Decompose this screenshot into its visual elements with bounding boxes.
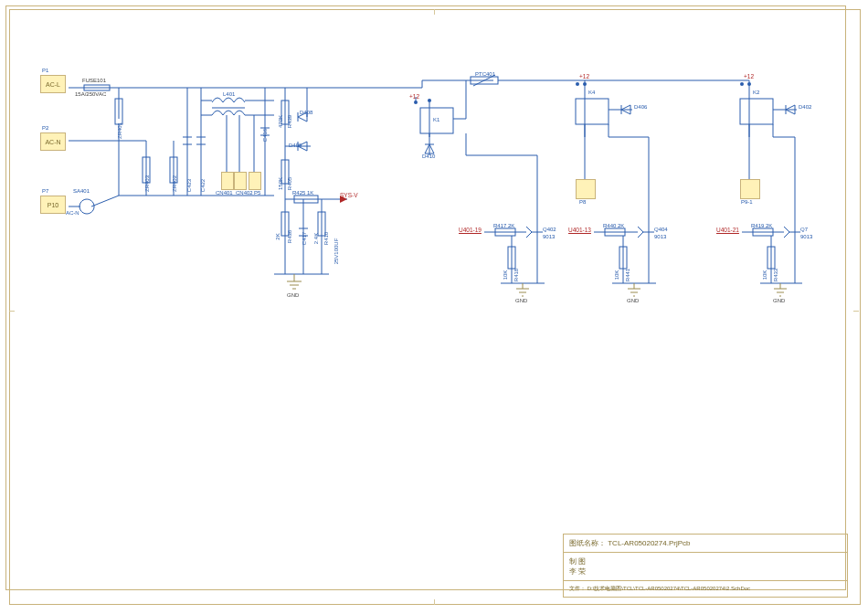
port-p1-label: P1: [42, 68, 48, 73]
lbl-r433v: 10K: [762, 270, 767, 281]
svg-line-79: [526, 232, 532, 238]
lbl-gnd2: GND: [515, 298, 527, 303]
tb-drawn-row: 制 图 李 荣: [564, 552, 847, 580]
lbl-r405: R405: [287, 177, 292, 190]
tb-drawn-label: 制 图: [569, 557, 586, 566]
lbl-q7v: 9013: [800, 234, 812, 239]
lbl-zr401: ZR401: [117, 122, 122, 139]
lbl-c423: C423: [186, 179, 192, 192]
lbl-r418v: 10K: [503, 270, 508, 281]
lbl-k1: K1: [433, 117, 439, 122]
lbl-c422: C422: [200, 179, 206, 192]
port-p2-label: P2: [42, 125, 48, 131]
svg-point-70: [747, 82, 751, 86]
port-p8-label: P8: [579, 199, 586, 205]
pad-cn401: [221, 172, 234, 190]
lbl-l401: L401: [223, 91, 235, 97]
lbl-r436: R436: [287, 230, 292, 243]
lbl-r440: R440 2K: [603, 223, 624, 228]
lbl-gnd1: GND: [287, 292, 299, 298]
lbl-cn401: CN401: [216, 190, 233, 196]
port-p1: AC-L: [40, 75, 66, 93]
svg-line-90: [638, 227, 643, 232]
svg-point-54: [428, 99, 431, 102]
tb-file-label: 文件：: [569, 586, 586, 591]
lbl-fuse-rate: 15A/250VAC: [75, 91, 106, 97]
lbl-p5: P5: [254, 190, 260, 196]
lbl-r419: R419 2K: [751, 223, 772, 228]
tb-file-row: 文件： D:\技术电脑图\TCL\TCL-AR05020274\TCL-AR05…: [564, 580, 847, 597]
lbl-q7: Q7: [800, 227, 808, 232]
port-p2-net: AC-N: [45, 139, 60, 145]
lbl-uc: U401-21: [716, 227, 739, 233]
svg-point-115: [740, 82, 744, 86]
lbl-d402: D402: [799, 104, 811, 110]
svg-line-91: [638, 232, 643, 238]
lbl-zr402: ZR402: [172, 175, 177, 192]
lbl-c417val: 25V100UF: [333, 238, 339, 265]
tb-name-label: 图纸名称：: [569, 539, 606, 547]
lbl-r405v: 150K: [278, 177, 283, 190]
lbl-12b: +12: [579, 73, 589, 79]
svg-rect-71: [740, 99, 773, 124]
svg-line-103: [784, 232, 789, 238]
lbl-d408: D408: [300, 110, 312, 115]
svg-line-14: [91, 196, 119, 206]
lbl-r433: R433: [773, 269, 778, 281]
port-p7: P10: [40, 196, 66, 214]
lbl-c417: C417: [302, 232, 307, 245]
lbl-r441: R441: [625, 269, 630, 281]
title-block: 图纸名称： TCL-AR05020274.PrjPcb 制 图 李 荣 文件： …: [563, 534, 848, 598]
lbl-12c: +12: [744, 73, 754, 79]
lbl-k4: K4: [588, 90, 595, 95]
lbl-r410v: 2.4K: [313, 233, 319, 244]
lbl-gnd3: GND: [627, 298, 639, 303]
svg-rect-63: [576, 99, 609, 124]
lbl-r436v: 2K: [275, 233, 281, 239]
lbl-k2: K2: [753, 90, 759, 95]
port-p9-label: P9-1: [741, 199, 753, 205]
lbl-fuse: FUSE101: [82, 78, 106, 83]
port-p8: [576, 179, 596, 199]
lbl-ptc401: PTC401: [475, 71, 495, 77]
tb-file-value: D:\技术电脑图\TCL\TCL-AR05020274\TCL-AR050202…: [587, 586, 750, 591]
lbl-zr403: ZR403: [144, 175, 150, 192]
lbl-q404: Q404: [654, 227, 668, 232]
schematic-canvas: [0, 0, 868, 614]
pad-cn402: [234, 172, 247, 190]
lbl-c416: C416: [262, 129, 268, 142]
svg-line-102: [784, 227, 789, 232]
port-p10-label: P10: [48, 202, 58, 208]
pad-p5: [249, 172, 261, 190]
lbl-d406: D406: [634, 104, 647, 110]
lbl-q402: Q402: [543, 227, 556, 232]
port-p7-net: AC-N: [66, 210, 79, 216]
lbl-q404v: 9013: [654, 234, 666, 239]
port-p9: [740, 179, 760, 199]
lbl-r439v: 470K: [278, 115, 283, 128]
lbl-r417: R417 2K: [493, 223, 514, 228]
lbl-d410: D410: [422, 154, 435, 159]
svg-line-78: [526, 227, 532, 232]
lbl-gnd4: GND: [773, 298, 785, 303]
lbl-q402v: 9013: [543, 234, 555, 239]
svg-point-62: [583, 82, 587, 86]
port-p2: AC-N: [40, 132, 66, 151]
port-p1-net: AC-L: [46, 81, 60, 88]
lbl-cn402: CN402: [236, 190, 253, 196]
lbl-ub: U401-13: [568, 227, 591, 233]
port-p7-label: P7: [42, 188, 48, 194]
lbl-r418: R418: [513, 269, 519, 281]
lbl-ua: U401-19: [459, 227, 482, 233]
tb-name-value: TCL-AR05020274.PrjPcb: [608, 539, 690, 547]
svg-point-114: [576, 82, 579, 86]
lbl-r441v: 10K: [614, 270, 619, 281]
tb-drawn-by: 李 荣: [569, 567, 586, 576]
lbl-r439: R439: [287, 115, 292, 128]
lbl-sysv: SYS-V: [340, 192, 358, 198]
lbl-12a: +12: [409, 93, 419, 100]
lbl-r425: R425 1K: [292, 190, 313, 196]
lbl-sa401: SA401: [73, 188, 90, 194]
lbl-r410: R410: [323, 232, 329, 245]
lbl-d409: D409: [289, 143, 302, 148]
